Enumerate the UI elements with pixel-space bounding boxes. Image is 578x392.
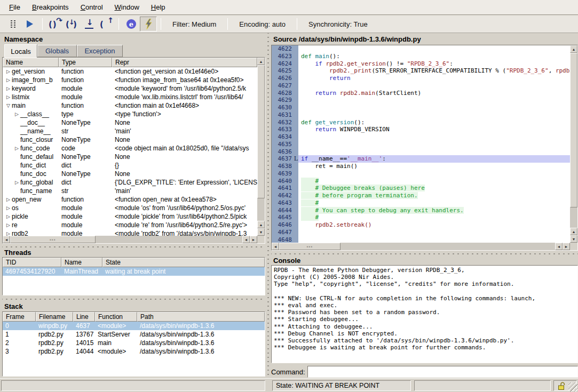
line-number[interactable]: 4635 [272,141,298,148]
namespace-row[interactable]: ▷osmodule<module 'os' from '/usr/lib64/p… [3,204,257,212]
source-code[interactable]: 46224623def main():4624 if rpdb2.get_ver… [272,45,570,243]
source-line[interactable]: 4624 if rpdb2.get_version() != "RPDB_2_3… [272,60,570,68]
encoding-button[interactable]: e [123,17,140,31]
scroll-left-arrow[interactable]: ◄ [555,243,563,250]
namespace-row[interactable]: ▷open_newfunction<function open_new at 0… [3,195,257,204]
source-hscrollbar[interactable]: ◄ ▪▪▪ ◄ ► [272,243,570,250]
expander-icon[interactable]: ▷ [13,180,20,185]
line-number[interactable]: 4632 [272,119,298,126]
filter-label[interactable]: Filter: Medium [165,20,224,28]
scroll-up-arrow[interactable]: ▲ [570,228,577,235]
menu-item-help[interactable]: Help [145,1,171,14]
source-line[interactable]: 4640 # [272,178,570,185]
line-number[interactable]: 4639 [272,170,298,178]
source-line[interactable]: 4633 return WINPDB_VERSION [272,126,570,133]
synchronicity-button[interactable] [140,17,157,31]
line-number[interactable]: 4644 [272,207,298,214]
expander-icon[interactable]: ▷ [5,197,12,202]
source-line[interactable]: 4630 [272,104,570,111]
column-header-repr[interactable]: Repr [112,58,257,67]
namespace-row[interactable]: ▷remodule<module 're' from '/usr/lib64/p… [3,221,257,229]
source-line[interactable]: 4639 [272,170,570,178]
source-line[interactable]: 4622 [272,45,570,53]
expander-icon[interactable]: ▷ [5,77,12,83]
scroll-right-arrow[interactable]: ► [563,243,570,250]
column-header-name[interactable]: Name [61,258,102,267]
line-number[interactable]: 4629 [272,97,298,104]
stack-row[interactable]: 1rpdb2.py13767StartServer/data/sys/bin/w… [3,330,265,339]
command-input[interactable] [307,366,578,378]
source-line[interactable]: 4636 [272,148,570,156]
tab-globals[interactable]: Globals [37,45,77,57]
scroll-up-arrow[interactable]: ▲ [257,221,265,228]
scroll-thumb[interactable]: ▪▪▪ [279,243,341,250]
source-line[interactable]: 4627 [272,82,570,90]
line-number[interactable]: 4622 [272,45,298,53]
source-line[interactable]: 4634 [272,133,570,141]
column-header-name[interactable]: Name [3,58,59,67]
source-line[interactable]: 4628 return rpdb2.main(StartClient) [272,90,570,97]
line-number[interactable]: 4643 [272,199,298,207]
expander-icon[interactable]: ▷ [5,94,12,100]
line-number[interactable]: 4623 [272,53,298,60]
line-number[interactable]: 4645 [272,214,298,221]
namespace-row[interactable]: ▷keywordmodule<module 'keyword' from '/u… [3,84,257,93]
source-line[interactable]: 4647 [272,229,570,236]
line-number[interactable]: 4630 [272,104,298,111]
scroll-thumb[interactable]: ▪▪▪ [10,236,96,243]
source-line[interactable]: 4635 [272,141,570,148]
scroll-down-arrow[interactable]: ▼ [570,235,577,243]
splitter-sash-vertical[interactable] [265,33,271,378]
source-line[interactable]: 4637Lif __name__=='__main__': [272,155,570,163]
column-header-tid[interactable]: TID [3,258,61,267]
scroll-up-arrow[interactable]: ▲ [257,58,265,65]
namespace-row[interactable]: ▷__class__type<type 'function'> [3,110,257,118]
splitter-sash[interactable] [2,244,265,249]
namespace-row[interactable]: ▷image_from_bfunction<function image_fro… [3,76,257,84]
line-number[interactable]: 4647 [272,229,298,236]
scroll-right-arrow[interactable]: ► [250,236,257,243]
source-line[interactable]: 4632def get_version(): [272,119,570,126]
source-line[interactable]: 4646 rpdb2.setbreak() [272,221,570,229]
line-number[interactable]: 4633 [272,126,298,133]
source-vscrollbar[interactable]: ▲ ▲ ▼ [570,45,577,243]
line-number[interactable]: 4624 [272,60,298,68]
scroll-thumb[interactable] [257,65,265,198]
line-number[interactable]: 4638 [272,163,298,170]
line-number[interactable]: 4625 [272,67,298,75]
line-number[interactable]: 4628 [272,90,298,97]
go-button[interactable] [21,17,38,31]
line-number[interactable]: 4636 [272,148,298,156]
break-button[interactable] [4,17,21,31]
tab-locals[interactable]: Locals [4,44,37,58]
line-number[interactable]: 4631 [272,111,298,119]
namespace-hscrollbar[interactable]: ◄ ▪▪▪ ◄ ► [3,236,257,243]
column-header-type[interactable]: Type [59,58,112,67]
splitter-sash[interactable] [2,297,265,301]
namespace-row[interactable]: func_closurNoneTypeNone [3,135,257,144]
source-line[interactable]: 4642 # before program termination. [272,192,570,199]
line-number[interactable]: 4648 [272,236,298,243]
scroll-left-arrow[interactable]: ◄ [272,243,279,250]
column-header-function[interactable]: Function [95,312,137,322]
line-number[interactable]: 4646 [272,221,298,229]
tab-exception[interactable]: Exception [77,45,123,57]
scroll-left-arrow[interactable]: ◄ [242,236,250,243]
namespace-row[interactable]: ▽mainfunction<function main at 0x1ef4668… [3,101,257,110]
goto-button[interactable]: (↑ [98,17,115,31]
source-line[interactable]: 4626 return [272,75,570,82]
stack-row[interactable]: 0winpdb.py4637<module>/data/sys/bin/winp… [3,322,265,330]
column-header-filename[interactable]: Filename [36,312,73,322]
menu-item-window[interactable]: Window [109,1,145,14]
namespace-row[interactable]: __name__str'main' [3,127,257,135]
source-line[interactable]: 4631 [272,111,570,119]
resize-grip[interactable] [568,382,577,391]
source-line[interactable]: 4629 [272,97,570,104]
namespace-row[interactable]: ▷picklemodule<module 'pickle' from '/usr… [3,212,257,221]
thread-row[interactable]: 46974534127920MainThreadwaiting at break… [3,267,265,276]
synchronicity-label[interactable]: Synchronicity: True [301,20,375,28]
namespace-row[interactable]: func_docNoneTypeNone [3,170,257,178]
step-into-button[interactable]: ( )↓ [64,17,81,31]
expander-icon[interactable]: ▷ [5,205,12,211]
namespace-row[interactable]: ▷func_globaldict{'DLG_EXPR_TITLE': 'Ente… [3,178,257,187]
